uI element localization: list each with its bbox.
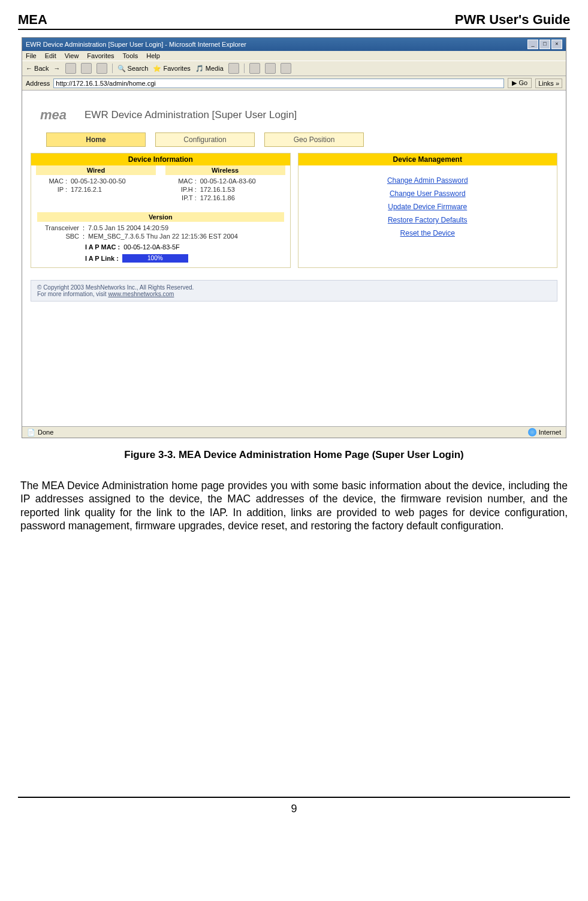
link-reset-the-device[interactable]: Reset the Device <box>298 229 557 237</box>
wired-ip-value: 172.16.2.1 <box>71 186 102 193</box>
menu-tools[interactable]: Tools <box>123 52 138 59</box>
minimize-button[interactable]: _ <box>527 40 538 49</box>
tab-geo-position[interactable]: Geo Position <box>264 132 364 147</box>
wired-mac-value: 00-05-12-30-00-50 <box>71 177 126 185</box>
links-dropdown[interactable]: Links » <box>535 79 562 88</box>
iap-link-bar: 100% <box>122 254 188 263</box>
home-icon[interactable] <box>97 63 107 74</box>
edit-icon[interactable] <box>281 63 291 74</box>
internet-zone-icon <box>528 428 536 436</box>
copyright-line2-prefix: For more information, visit <box>37 291 108 297</box>
window-title: EWR Device Administration [Super User Lo… <box>26 41 246 48</box>
page-title: EWR Device Administration [Super User Lo… <box>85 109 297 121</box>
device-management-panel: Device Management Change Admin Password … <box>298 153 558 268</box>
copyright-link[interactable]: www.meshnetworks.com <box>108 291 174 297</box>
wireless-iph-value: 172.16.1.53 <box>200 186 235 193</box>
iap-mac-value: 00-05-12-0A-83-5F <box>123 243 180 251</box>
print-icon[interactable] <box>265 63 276 74</box>
forward-button[interactable]: → <box>54 65 61 72</box>
device-info-header: Device Information <box>31 153 290 165</box>
screenshot-browser-window: EWR Device Administration [Super User Lo… <box>22 37 566 438</box>
tab-configuration[interactable]: Configuration <box>155 132 255 147</box>
menu-file[interactable]: File <box>26 52 37 59</box>
panels-row: Device Information Wired MAC :00-05-12-3… <box>22 153 566 278</box>
figure-caption: Figure 3-3. MEA Device Administration Ho… <box>18 449 570 461</box>
menu-favorites[interactable]: Favorites <box>87 52 114 59</box>
mail-icon[interactable] <box>249 63 260 74</box>
menu-edit[interactable]: Edit <box>45 52 56 59</box>
window-control-buttons: _ □ × <box>527 40 562 49</box>
link-change-user-password[interactable]: Change User Password <box>298 189 557 198</box>
address-label: Address <box>26 80 50 87</box>
iap-mac-row: I A P MAC : 00-05-12-0A-83-5F <box>85 243 284 251</box>
wireless-mac-value: 00-05-12-0A-83-60 <box>200 177 256 185</box>
header-left: MEA <box>18 12 47 28</box>
address-bar: Address ▶ Go Links » <box>22 76 566 91</box>
close-button[interactable]: × <box>551 40 562 49</box>
copyright-line1: © Copyright 2003 MeshNetworks Inc., All … <box>37 284 551 291</box>
history-icon[interactable] <box>228 63 239 74</box>
wireless-ipt-label: IP.T : <box>165 194 197 201</box>
favorites-button[interactable]: ⭐ Favorites <box>153 65 190 73</box>
transceiver-value: 7.0.5 Jan 15 2004 14:20:59 <box>88 224 168 231</box>
address-input[interactable] <box>53 79 504 88</box>
sbc-value: MEM_SBC_7.3.6.5 Thu Jan 22 12:15:36 EST … <box>88 233 238 240</box>
toolbar: ← Back → 🔍 Search ⭐ Favorites 🎵 Media <box>22 61 566 76</box>
maximize-button[interactable]: □ <box>539 40 550 49</box>
status-right: Internet <box>539 429 561 436</box>
copyright-block: © Copyright 2003 MeshNetworks Inc., All … <box>31 280 557 302</box>
sbc-label: SBC <box>37 233 79 240</box>
iap-link-label: I A P Link : <box>85 255 119 262</box>
wireless-iph-label: IP.H : <box>165 186 197 193</box>
back-button[interactable]: ← Back <box>26 65 49 72</box>
wired-ip-label: IP : <box>36 186 67 193</box>
search-button[interactable]: 🔍 Search <box>117 65 149 73</box>
refresh-icon[interactable] <box>81 63 92 74</box>
status-bar: 📄 Done Internet <box>22 426 566 438</box>
menu-view[interactable]: View <box>65 52 79 59</box>
window-titlebar: EWR Device Administration [Super User Lo… <box>22 38 566 51</box>
tab-home[interactable]: Home <box>46 132 146 147</box>
wired-mac-label: MAC : <box>36 177 67 185</box>
wireless-column: Wireless MAC :00-05-12-0A-83-60 IP.H :17… <box>161 165 290 206</box>
menu-help[interactable]: Help <box>146 52 160 59</box>
page-number: 9 <box>291 803 297 815</box>
wired-column: Wired MAC :00-05-12-30-00-50 IP :172.16.… <box>31 165 161 206</box>
iap-link-row: I A P Link : 100% <box>85 254 284 263</box>
wireless-mac-label: MAC : <box>165 177 197 185</box>
link-update-device-firmware[interactable]: Update Device Firmware <box>298 203 557 211</box>
mgmt-links: Change Admin Password Change User Passwo… <box>298 165 557 248</box>
media-button[interactable]: 🎵 Media <box>195 65 224 73</box>
page-footer: 9 <box>18 797 570 815</box>
device-mgmt-header: Device Management <box>298 153 557 165</box>
version-block: Version Transceiver:7.0.5 Jan 15 2004 14… <box>31 206 290 263</box>
doc-header: MEA PWR User's Guide <box>18 12 570 30</box>
wireless-header: Wireless <box>165 165 285 175</box>
tab-row: Home Configuration Geo Position <box>22 132 566 153</box>
version-header: Version <box>37 212 284 222</box>
link-change-admin-password[interactable]: Change Admin Password <box>298 176 557 185</box>
browser-content: mea EWR Device Administration [Super Use… <box>22 91 566 426</box>
wireless-ipt-value: 172.16.1.86 <box>200 194 235 201</box>
body-paragraph: The MEA Device Administration home page … <box>20 479 568 533</box>
link-restore-factory-defaults[interactable]: Restore Factory Defaults <box>298 216 557 224</box>
status-done-icon: 📄 <box>27 429 35 436</box>
menubar: File Edit View Favorites Tools Help <box>22 51 566 61</box>
iap-mac-label: I A P MAC : <box>85 243 120 251</box>
go-button[interactable]: ▶ Go <box>508 78 532 88</box>
device-information-panel: Device Information Wired MAC :00-05-12-3… <box>31 153 291 268</box>
wired-header: Wired <box>36 165 156 175</box>
header-right: PWR User's Guide <box>455 12 570 28</box>
mea-logo: mea <box>34 101 73 129</box>
page-banner: mea EWR Device Administration [Super Use… <box>22 91 566 132</box>
status-left: Done <box>38 429 53 436</box>
transceiver-label: Transceiver <box>37 224 79 231</box>
stop-icon[interactable] <box>65 63 76 74</box>
